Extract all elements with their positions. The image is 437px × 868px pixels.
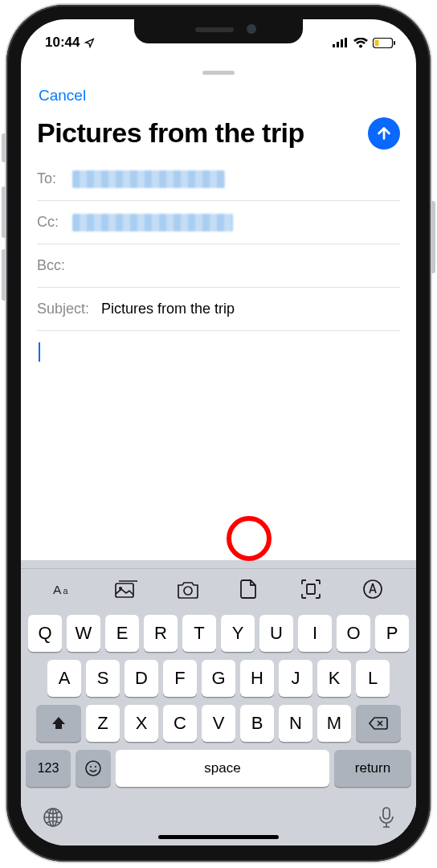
scan-icon [300, 579, 321, 600]
location-icon [84, 38, 95, 48]
document-icon [240, 579, 258, 600]
markup-button[interactable] [355, 571, 390, 607]
svg-rect-6 [394, 41, 395, 45]
key-w[interactable]: W [67, 615, 100, 652]
key-numbers[interactable]: 123 [26, 750, 71, 787]
svg-text:A: A [53, 583, 62, 596]
format-text-button[interactable]: A a [47, 571, 82, 607]
key-d[interactable]: D [125, 660, 158, 697]
key-p[interactable]: P [375, 615, 409, 652]
key-return[interactable]: return [334, 750, 411, 787]
key-delete[interactable] [356, 705, 401, 742]
camera-button[interactable] [170, 571, 206, 607]
key-l[interactable]: L [356, 660, 390, 697]
to-field-row[interactable]: To: [37, 158, 400, 201]
home-indicator[interactable] [158, 835, 279, 839]
key-g[interactable]: G [202, 660, 235, 697]
cancel-button[interactable]: Cancel [39, 87, 86, 104]
battery-low-icon [373, 38, 395, 48]
svg-rect-0 [333, 44, 335, 47]
cc-field-row[interactable]: Cc: [37, 201, 400, 244]
photo-library-icon [115, 579, 137, 599]
key-u[interactable]: U [259, 615, 293, 652]
subject-input[interactable] [101, 301, 400, 317]
key-j[interactable]: J [279, 660, 312, 697]
svg-point-16 [90, 766, 92, 768]
key-s[interactable]: S [86, 660, 120, 697]
svg-text:a: a [63, 586, 69, 596]
svg-point-15 [86, 761, 100, 776]
cc-recipient [72, 214, 233, 231]
bcc-input[interactable] [72, 257, 400, 274]
key-e[interactable]: E [105, 615, 139, 652]
sheet-handle-row [21, 61, 416, 84]
bcc-label: Bcc: [37, 257, 64, 274]
shift-icon [51, 715, 67, 731]
sheet-handle[interactable] [202, 71, 235, 75]
key-c[interactable]: C [163, 705, 197, 742]
key-q[interactable]: Q [28, 615, 62, 652]
time-text: 10:44 [45, 35, 80, 51]
svg-rect-13 [307, 584, 315, 594]
subject-label: Subject: [37, 301, 93, 317]
subject-field-row[interactable]: Subject: [37, 288, 400, 331]
key-x[interactable]: X [125, 705, 158, 742]
cc-label: Cc: [37, 214, 64, 231]
key-f[interactable]: F [163, 660, 197, 697]
key-v[interactable]: V [202, 705, 235, 742]
camera-icon [177, 579, 199, 599]
keyboard-row-1: Q W E R T Y U I O P [26, 615, 411, 652]
key-h[interactable]: H [240, 660, 274, 697]
bcc-field-row[interactable]: Bcc: [37, 244, 400, 288]
svg-rect-7 [375, 39, 379, 46]
key-space[interactable]: space [116, 750, 329, 787]
markup-icon [362, 579, 383, 600]
keyboard-row-4: 123 space return [26, 750, 411, 787]
switch-keyboard-button[interactable] [42, 806, 64, 831]
status-bar: 10:44 [21, 19, 416, 61]
key-r[interactable]: R [144, 615, 178, 652]
svg-rect-3 [345, 38, 347, 47]
status-time: 10:44 [45, 35, 95, 51]
wifi-icon [353, 38, 368, 48]
key-m[interactable]: M [317, 705, 351, 742]
page-title: Pictures from the trip [37, 119, 361, 148]
body-textarea[interactable] [21, 331, 416, 463]
scan-document-button[interactable] [293, 571, 329, 607]
svg-point-14 [364, 580, 382, 598]
text-format-icon: A a [53, 579, 76, 599]
text-caret [39, 342, 40, 362]
svg-rect-1 [337, 42, 339, 47]
key-t[interactable]: T [182, 615, 216, 652]
emoji-icon [84, 760, 102, 777]
send-button[interactable] [368, 117, 400, 149]
svg-point-12 [184, 587, 192, 595]
key-i[interactable]: I [298, 615, 332, 652]
to-recipient [72, 170, 225, 188]
svg-point-4 [359, 44, 362, 47]
key-b[interactable]: B [240, 705, 274, 742]
key-z[interactable]: Z [86, 705, 120, 742]
svg-rect-10 [116, 583, 133, 597]
key-emoji[interactable] [76, 750, 111, 787]
svg-rect-20 [383, 808, 390, 819]
key-shift[interactable] [36, 705, 81, 742]
keyboard-row-3: Z X C V B N M [26, 705, 411, 742]
cellular-icon [333, 38, 349, 47]
key-n[interactable]: N [279, 705, 312, 742]
to-label: To: [37, 170, 64, 187]
attach-document-button[interactable] [231, 571, 267, 607]
highlight-ring [227, 516, 272, 561]
key-a[interactable]: A [47, 660, 81, 697]
key-o[interactable]: O [337, 615, 370, 652]
dictation-button[interactable] [378, 806, 395, 831]
arrow-up-icon [375, 125, 393, 142]
keyboard-area: A a [21, 560, 416, 845]
keyboard-row-2: A S D F G H J K L [26, 660, 411, 697]
globe-icon [42, 806, 64, 829]
photo-library-button[interactable] [108, 571, 144, 607]
key-y[interactable]: Y [221, 615, 255, 652]
delete-icon [369, 716, 388, 731]
key-k[interactable]: K [317, 660, 351, 697]
mic-icon [378, 806, 395, 829]
